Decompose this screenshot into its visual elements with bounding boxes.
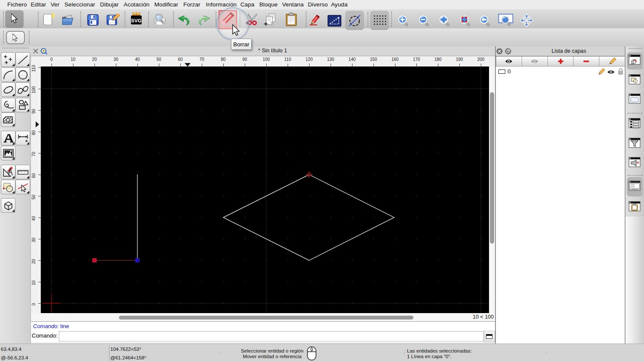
svg-text:command: command xyxy=(632,188,638,190)
svg-text:SVG: SVG xyxy=(131,18,141,23)
